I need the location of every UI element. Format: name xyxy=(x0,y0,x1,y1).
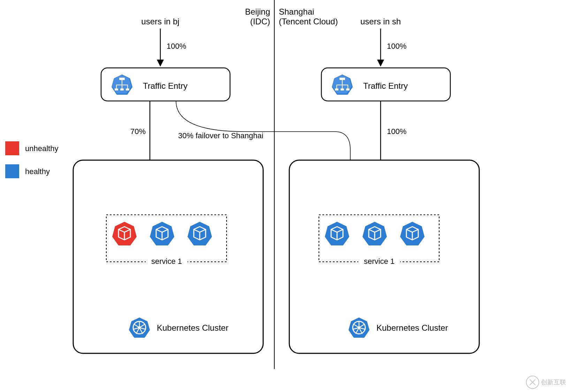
pct-failover: 30% failover to Shanghai xyxy=(178,131,263,140)
k8s-cluster-right: service 1 Kubernetes Cluster xyxy=(289,160,479,353)
pct-left-down: 70% xyxy=(130,127,146,136)
watermark: 创新互联 xyxy=(526,376,566,389)
pct-left-in: 100% xyxy=(167,42,186,50)
region-right-title1: Shanghai xyxy=(279,7,314,16)
traffic-entry-left: Traffic Entry xyxy=(101,68,230,101)
region-left-title2: (IDC) xyxy=(250,17,270,26)
legend: unhealthy healthy xyxy=(5,141,58,178)
pct-right-down: 100% xyxy=(387,127,406,136)
legend-healthy-swatch xyxy=(5,164,19,178)
region-left-title1: Beijing xyxy=(245,7,270,16)
legend-healthy-label: healthy xyxy=(25,167,50,176)
legend-unhealthy-label: unhealthy xyxy=(25,144,58,153)
pct-right-in: 100% xyxy=(387,42,406,50)
region-right-title2: (Tencent Cloud) xyxy=(279,17,338,26)
traffic-entry-right-label: Traffic Entry xyxy=(363,81,408,91)
k8s-cluster-left: service 1 Kubernetes Cluster xyxy=(73,160,263,353)
traffic-entry-right: Traffic Entry xyxy=(321,68,450,101)
traffic-entry-left-label: Traffic Entry xyxy=(143,81,188,91)
k8s-cluster-right-label: Kubernetes Cluster xyxy=(376,323,448,332)
legend-unhealthy-swatch xyxy=(5,141,19,155)
watermark-text: 创新互联 xyxy=(541,379,566,386)
users-right-label: users in sh xyxy=(360,17,401,26)
service-label-left: service 1 xyxy=(151,257,182,266)
users-left-label: users in bj xyxy=(141,17,179,26)
architecture-diagram: Beijing (IDC) Shanghai (Tencent Cloud) u… xyxy=(0,0,573,392)
k8s-cluster-left-label: Kubernetes Cluster xyxy=(157,323,228,332)
service-label-right: service 1 xyxy=(364,257,395,266)
